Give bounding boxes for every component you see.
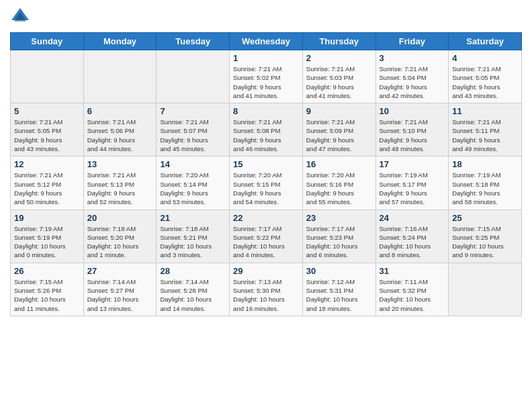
day-number: 20 [87, 213, 153, 223]
day-number: 18 [452, 159, 518, 169]
calendar-cell: 12Sunrise: 7:21 AM Sunset: 5:12 PM Dayli… [11, 156, 84, 210]
calendar-cell: 25Sunrise: 7:15 AM Sunset: 5:25 PM Dayli… [449, 210, 522, 263]
day-info: Sunrise: 7:21 AM Sunset: 5:04 PM Dayligh… [380, 64, 445, 100]
day-info: Sunrise: 7:21 AM Sunset: 5:03 PM Dayligh… [306, 64, 372, 100]
weekday-header: Tuesday [157, 33, 230, 50]
day-info: Sunrise: 7:17 AM Sunset: 5:22 PM Dayligh… [233, 224, 299, 260]
header [10, 7, 522, 27]
day-number: 27 [87, 266, 153, 276]
day-number: 11 [452, 106, 518, 116]
day-info: Sunrise: 7:17 AM Sunset: 5:23 PM Dayligh… [306, 224, 372, 260]
day-info: Sunrise: 7:21 AM Sunset: 5:10 PM Dayligh… [380, 118, 445, 153]
day-info: Sunrise: 7:21 AM Sunset: 5:06 PM Dayligh… [87, 118, 153, 153]
day-number: 26 [14, 266, 80, 276]
day-info: Sunrise: 7:18 AM Sunset: 5:20 PM Dayligh… [87, 224, 153, 260]
day-info: Sunrise: 7:16 AM Sunset: 5:24 PM Dayligh… [380, 224, 445, 260]
calendar-cell: 19Sunrise: 7:19 AM Sunset: 5:19 PM Dayli… [11, 210, 84, 263]
day-number: 13 [87, 159, 153, 169]
calendar-cell: 23Sunrise: 7:17 AM Sunset: 5:23 PM Dayli… [302, 210, 375, 263]
weekday-header: Sunday [11, 33, 84, 50]
calendar-cell: 22Sunrise: 7:17 AM Sunset: 5:22 PM Dayli… [230, 210, 303, 263]
day-info: Sunrise: 7:20 AM Sunset: 5:15 PM Dayligh… [233, 171, 299, 206]
day-number: 16 [306, 159, 372, 169]
day-number: 25 [452, 213, 518, 223]
calendar-cell: 14Sunrise: 7:20 AM Sunset: 5:14 PM Dayli… [157, 156, 230, 210]
calendar-cell [11, 50, 84, 103]
day-number: 31 [380, 266, 445, 276]
day-number: 19 [14, 213, 80, 223]
day-number: 6 [87, 106, 153, 116]
calendar-cell: 5Sunrise: 7:21 AM Sunset: 5:05 PM Daylig… [11, 103, 84, 156]
day-number: 10 [380, 106, 445, 116]
calendar-cell: 6Sunrise: 7:21 AM Sunset: 5:06 PM Daylig… [83, 103, 157, 156]
header-row: SundayMondayTuesdayWednesdayThursdayFrid… [11, 33, 522, 50]
calendar-cell: 26Sunrise: 7:15 AM Sunset: 5:26 PM Dayli… [11, 263, 84, 316]
day-number: 21 [160, 213, 226, 223]
calendar-cell: 17Sunrise: 7:19 AM Sunset: 5:17 PM Dayli… [375, 156, 449, 210]
day-number: 24 [380, 213, 445, 223]
day-info: Sunrise: 7:21 AM Sunset: 5:02 PM Dayligh… [233, 64, 299, 100]
calendar-week-row: 1Sunrise: 7:21 AM Sunset: 5:02 PM Daylig… [11, 50, 522, 103]
calendar-cell: 18Sunrise: 7:19 AM Sunset: 5:18 PM Dayli… [449, 156, 522, 210]
day-number: 9 [306, 106, 372, 116]
day-info: Sunrise: 7:13 AM Sunset: 5:30 PM Dayligh… [233, 277, 299, 313]
calendar-cell: 13Sunrise: 7:21 AM Sunset: 5:13 PM Dayli… [83, 156, 157, 210]
day-info: Sunrise: 7:21 AM Sunset: 5:07 PM Dayligh… [160, 118, 226, 153]
day-number: 17 [380, 159, 445, 169]
day-info: Sunrise: 7:18 AM Sunset: 5:21 PM Dayligh… [160, 224, 226, 260]
logo [10, 7, 33, 27]
calendar-week-row: 19Sunrise: 7:19 AM Sunset: 5:19 PM Dayli… [11, 210, 522, 263]
calendar-cell: 31Sunrise: 7:11 AM Sunset: 5:32 PM Dayli… [375, 263, 449, 316]
day-number: 15 [233, 159, 299, 169]
day-number: 29 [233, 266, 299, 276]
weekday-header: Thursday [302, 33, 375, 50]
calendar-cell: 16Sunrise: 7:20 AM Sunset: 5:16 PM Dayli… [302, 156, 375, 210]
calendar-cell [83, 50, 157, 103]
day-number: 14 [160, 159, 226, 169]
day-number: 22 [233, 213, 299, 223]
logo-icon [10, 7, 30, 27]
day-info: Sunrise: 7:14 AM Sunset: 5:27 PM Dayligh… [87, 277, 153, 313]
day-number: 28 [160, 266, 226, 276]
calendar-body: 1Sunrise: 7:21 AM Sunset: 5:02 PM Daylig… [11, 50, 522, 316]
day-number: 30 [306, 266, 372, 276]
calendar-cell: 28Sunrise: 7:14 AM Sunset: 5:28 PM Dayli… [157, 263, 230, 316]
day-number: 5 [14, 106, 80, 116]
day-info: Sunrise: 7:21 AM Sunset: 5:05 PM Dayligh… [14, 118, 80, 153]
day-info: Sunrise: 7:21 AM Sunset: 5:11 PM Dayligh… [452, 118, 518, 153]
calendar-cell: 7Sunrise: 7:21 AM Sunset: 5:07 PM Daylig… [157, 103, 230, 156]
calendar-week-row: 26Sunrise: 7:15 AM Sunset: 5:26 PM Dayli… [11, 263, 522, 316]
day-info: Sunrise: 7:21 AM Sunset: 5:09 PM Dayligh… [306, 118, 372, 153]
day-number: 2 [306, 53, 372, 63]
day-info: Sunrise: 7:12 AM Sunset: 5:31 PM Dayligh… [306, 277, 372, 313]
calendar-cell: 10Sunrise: 7:21 AM Sunset: 5:10 PM Dayli… [375, 103, 449, 156]
day-number: 4 [452, 53, 518, 63]
day-info: Sunrise: 7:15 AM Sunset: 5:26 PM Dayligh… [14, 277, 80, 313]
day-info: Sunrise: 7:21 AM Sunset: 5:13 PM Dayligh… [87, 171, 153, 206]
day-number: 3 [380, 53, 445, 63]
calendar-cell: 2Sunrise: 7:21 AM Sunset: 5:03 PM Daylig… [302, 50, 375, 103]
calendar-cell [157, 50, 230, 103]
day-number: 12 [14, 159, 80, 169]
day-info: Sunrise: 7:11 AM Sunset: 5:32 PM Dayligh… [380, 277, 445, 313]
day-number: 7 [160, 106, 226, 116]
weekday-header: Saturday [449, 33, 522, 50]
calendar-cell: 29Sunrise: 7:13 AM Sunset: 5:30 PM Dayli… [230, 263, 303, 316]
weekday-header: Friday [375, 33, 449, 50]
calendar-cell: 8Sunrise: 7:21 AM Sunset: 5:08 PM Daylig… [230, 103, 303, 156]
day-info: Sunrise: 7:14 AM Sunset: 5:28 PM Dayligh… [160, 277, 226, 313]
day-info: Sunrise: 7:19 AM Sunset: 5:18 PM Dayligh… [452, 171, 518, 206]
day-info: Sunrise: 7:21 AM Sunset: 5:08 PM Dayligh… [233, 118, 299, 153]
calendar-table: SundayMondayTuesdayWednesdayThursdayFrid… [10, 32, 522, 316]
day-number: 8 [233, 106, 299, 116]
calendar-cell: 4Sunrise: 7:21 AM Sunset: 5:05 PM Daylig… [449, 50, 522, 103]
calendar-cell: 30Sunrise: 7:12 AM Sunset: 5:31 PM Dayli… [302, 263, 375, 316]
day-info: Sunrise: 7:21 AM Sunset: 5:05 PM Dayligh… [452, 64, 518, 100]
weekday-header: Wednesday [230, 33, 303, 50]
day-info: Sunrise: 7:20 AM Sunset: 5:16 PM Dayligh… [306, 171, 372, 206]
day-info: Sunrise: 7:21 AM Sunset: 5:12 PM Dayligh… [14, 171, 80, 206]
calendar-cell: 11Sunrise: 7:21 AM Sunset: 5:11 PM Dayli… [449, 103, 522, 156]
day-number: 23 [306, 213, 372, 223]
calendar-container: SundayMondayTuesdayWednesdayThursdayFrid… [0, 0, 532, 323]
calendar-cell: 27Sunrise: 7:14 AM Sunset: 5:27 PM Dayli… [83, 263, 157, 316]
